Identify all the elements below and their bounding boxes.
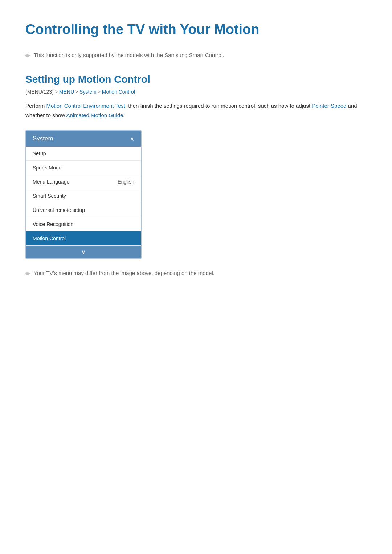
menu-item-motion-control[interactable]: Motion Control	[26, 231, 141, 246]
menu-item-voice-recognition-label: Voice Recognition	[33, 221, 73, 227]
menu-item-menu-language[interactable]: Menu Language English	[26, 175, 141, 189]
page-title: Controlling the TV with Your Motion	[25, 22, 367, 41]
pencil-icon-2: ✏	[25, 270, 30, 277]
link-motion-control-environment-test[interactable]: Motion Control Environment Test	[46, 103, 125, 109]
pencil-icon: ✏	[25, 52, 30, 59]
menu-item-motion-control-label: Motion Control	[33, 235, 66, 241]
menu-footer: ∨	[26, 246, 141, 258]
breadcrumb-chevron-2: >	[75, 89, 78, 94]
menu-item-smart-security-label: Smart Security	[33, 193, 66, 199]
menu-item-smart-security[interactable]: Smart Security	[26, 189, 141, 203]
menu-chevron-down-icon: ∨	[81, 249, 86, 255]
menu-item-menu-language-label: Menu Language	[33, 179, 69, 185]
menu-item-sports-mode-label: Sports Mode	[33, 165, 61, 171]
system-menu-box: System ∧ Setup Sports Mode Menu Language…	[25, 130, 142, 259]
note-2: ✏ Your TV's menu may differ from the ima…	[25, 270, 367, 277]
body-text-middle1: , then finish the settings required to r…	[125, 103, 312, 109]
menu-item-universal-remote-setup-label: Universal remote setup	[33, 207, 85, 213]
section-title: Setting up Motion Control	[25, 74, 367, 85]
note-1: ✏ This function is only supported by the…	[25, 52, 367, 59]
menu-item-voice-recognition[interactable]: Voice Recognition	[26, 217, 141, 231]
breadcrumb-menu: MENU	[59, 89, 74, 95]
breadcrumb: (MENU/123) > MENU > System > Motion Cont…	[25, 89, 367, 95]
menu-item-setup-label: Setup	[33, 151, 46, 156]
menu-chevron-up-icon: ∧	[130, 135, 134, 142]
menu-header-title: System	[33, 135, 53, 142]
body-paragraph: Perform Motion Control Environment Test,…	[25, 101, 367, 120]
note-2-text: Your TV's menu may differ from the image…	[34, 270, 215, 276]
link-animated-motion-guide[interactable]: Animated Motion Guide	[66, 112, 123, 118]
breadcrumb-part1: (MENU/123)	[25, 89, 54, 95]
breadcrumb-chevron-3: >	[98, 89, 101, 94]
breadcrumb-chevron-1: >	[55, 89, 58, 94]
breadcrumb-motion-control: Motion Control	[102, 89, 135, 95]
breadcrumb-system: System	[79, 89, 97, 95]
body-text-before: Perform	[25, 103, 46, 109]
note-1-text: This function is only supported by the m…	[34, 52, 224, 58]
menu-item-menu-language-value: English	[118, 179, 134, 185]
link-pointer-speed[interactable]: Pointer Speed	[312, 103, 346, 109]
menu-item-sports-mode[interactable]: Sports Mode	[26, 161, 141, 175]
menu-item-setup[interactable]: Setup	[26, 147, 141, 161]
body-text-end: .	[123, 112, 124, 118]
menu-item-universal-remote-setup[interactable]: Universal remote setup	[26, 203, 141, 217]
menu-header: System ∧	[26, 131, 141, 147]
